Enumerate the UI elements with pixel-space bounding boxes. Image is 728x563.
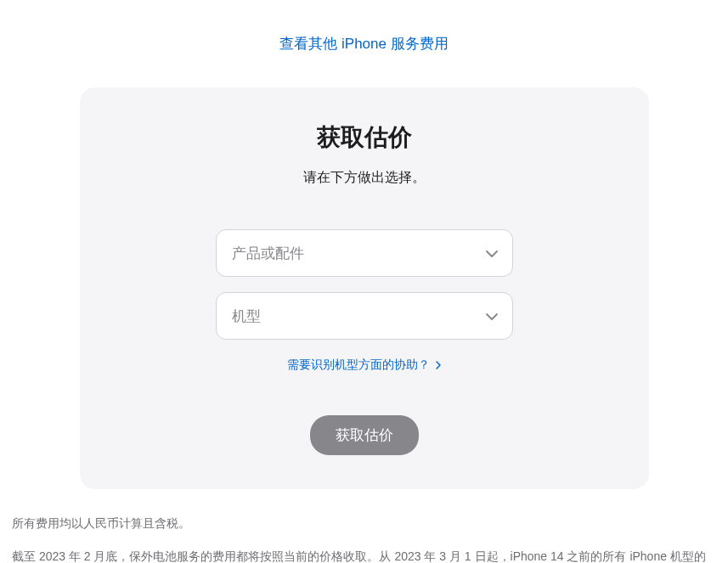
get-estimate-button[interactable]: 获取估价 [310,415,419,455]
notes-line-2-text: 截至 2023 年 2 月底，保外电池服务的费用都将按照当前的价格收取。从 20… [12,549,706,563]
other-services-link-wrapper: 查看其他 iPhone 服务费用 [8,34,720,53]
other-services-link[interactable]: 查看其他 iPhone 服务费用 [279,36,448,52]
model-select[interactable]: 机型 [216,292,513,340]
product-select[interactable]: 产品或配件 [216,229,513,277]
card-title: 获取估价 [131,121,598,154]
card-subtitle: 请在下方做出选择。 [131,169,598,187]
model-select-wrapper: 机型 [216,292,513,340]
identify-model-help-link[interactable]: 需要识别机型方面的协助？ [287,358,442,371]
help-link-wrapper: 需要识别机型方面的协助？ [131,357,598,373]
notes-line-2: 截至 2023 年 2 月底，保外电池服务的费用都将按照当前的价格收取。从 20… [12,546,716,563]
product-select-wrapper: 产品或配件 [216,229,513,277]
notes-section: 所有费用均以人民币计算且含税。 截至 2023 年 2 月底，保外电池服务的费用… [8,489,720,563]
help-link-label: 需要识别机型方面的协助？ [287,358,430,371]
chevron-right-icon [436,358,441,372]
notes-line-1: 所有费用均以人民币计算且含税。 [12,513,716,534]
estimate-card: 获取估价 请在下方做出选择。 产品或配件 机型 需要识别机型方面的协助？ 获取估… [80,87,649,489]
